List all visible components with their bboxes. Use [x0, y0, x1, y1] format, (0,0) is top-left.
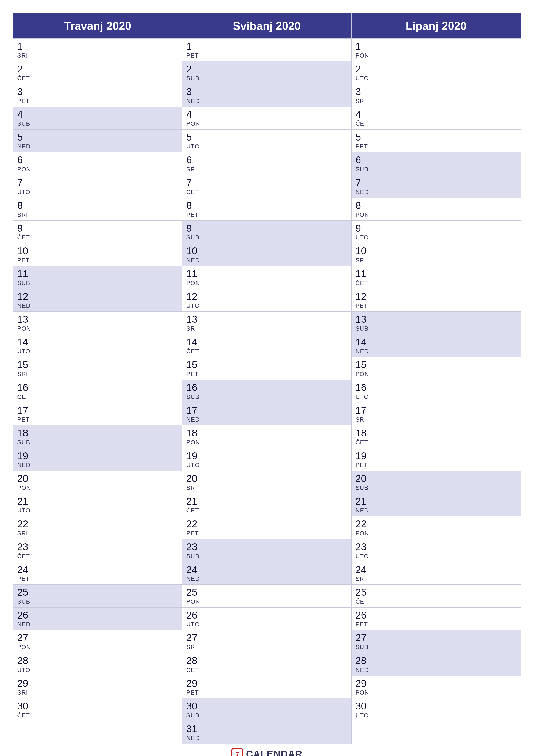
day-cell: 23ČET	[13, 539, 182, 562]
calendar-logo-icon: 7	[232, 748, 243, 756]
day-label: SUB	[186, 75, 347, 82]
day-label: SRI	[355, 416, 517, 423]
day-cell: 21ČET	[182, 494, 351, 516]
day-label: ČET	[17, 234, 178, 241]
day-cell: 27PON	[13, 630, 182, 653]
day-number: 23	[17, 541, 178, 552]
day-label: ČET	[355, 439, 517, 446]
day-cell: 6SUB	[352, 152, 521, 175]
day-number: 30	[186, 701, 347, 712]
day-number: 7	[355, 177, 517, 188]
day-cell: 16ČET	[13, 380, 182, 403]
day-number: 21	[17, 496, 178, 507]
month-header-april: Travanj 2020	[13, 14, 182, 39]
day-cell: 6SRI	[182, 152, 351, 175]
day-cell: 1PET	[182, 39, 351, 61]
day-label: UTO	[355, 553, 517, 560]
day-label: PON	[17, 484, 178, 491]
day-number: 4	[186, 109, 347, 120]
day-cell: 25PON	[182, 584, 351, 607]
calendar-header-row: Travanj 2020 Svibanj 2020 Lipanj 2020	[13, 14, 521, 39]
day-cell: 24SRI	[352, 562, 521, 585]
day-cell: 3NED	[182, 84, 351, 107]
day-cell	[13, 721, 182, 744]
day-cell: 1SRI	[13, 39, 182, 61]
day-label: SUB	[17, 439, 178, 446]
day-number: 11	[355, 268, 517, 279]
day-label: PON	[355, 52, 517, 59]
day-cell: 7ČET	[182, 175, 351, 198]
day-cell: 21NED	[352, 494, 521, 516]
day-number: 13	[186, 314, 347, 325]
day-label: PET	[355, 462, 517, 469]
day-number: 16	[186, 382, 347, 393]
day-label: SUB	[186, 393, 347, 400]
svg-text:7: 7	[235, 751, 239, 756]
day-number: 10	[355, 245, 517, 256]
day-number: 30	[17, 701, 178, 712]
day-cell: 29SRI	[13, 676, 182, 698]
day-label: PON	[355, 371, 517, 378]
day-cell: 29PON	[352, 676, 521, 698]
day-cell: 7NED	[352, 175, 521, 198]
footer-row: 7 CALENDAR	[13, 744, 521, 756]
day-cell: 4PON	[182, 107, 351, 129]
day-label: SUB	[355, 325, 517, 332]
day-number: 10	[17, 245, 178, 256]
day-number: 16	[355, 382, 517, 393]
day-cell: 8PET	[182, 198, 351, 221]
day-number: 29	[355, 678, 517, 689]
day-label: SRI	[355, 97, 517, 104]
day-cell: 5UTO	[182, 129, 351, 152]
day-cell: 31NED	[182, 721, 351, 744]
day-label: ČET	[186, 189, 347, 196]
day-label: PET	[355, 302, 517, 309]
day-label: PET	[186, 530, 347, 537]
day-cell: 5PET	[352, 129, 521, 152]
day-cell: 2SUB	[182, 61, 351, 84]
day-number: 21	[355, 496, 517, 507]
day-label: ČET	[355, 598, 517, 605]
day-number: 27	[186, 632, 347, 643]
day-label: SRI	[17, 530, 178, 537]
day-label: UTO	[17, 507, 178, 514]
day-number: 17	[355, 405, 517, 416]
day-number: 13	[355, 314, 517, 325]
day-cell: 3SRI	[352, 84, 521, 107]
day-cell: 20PON	[13, 471, 182, 494]
day-cell: 23SUB	[182, 539, 351, 562]
day-cell: 13SRI	[182, 311, 351, 334]
day-number: 3	[355, 86, 517, 97]
day-number: 12	[355, 291, 517, 302]
day-cell: 16SUB	[182, 380, 351, 403]
day-label: SRI	[186, 484, 347, 491]
footer-empty-right	[352, 744, 521, 756]
day-label: PET	[186, 689, 347, 696]
day-cell: 5NED	[13, 129, 182, 152]
day-label: SUB	[355, 166, 517, 173]
day-label: NED	[186, 735, 347, 742]
day-number: 14	[355, 337, 517, 348]
day-cell: 13PON	[13, 311, 182, 334]
day-number: 1	[17, 41, 178, 52]
day-label: SUB	[186, 712, 347, 719]
day-number: 19	[17, 450, 178, 461]
day-label: ČET	[186, 507, 347, 514]
day-label: NED	[355, 507, 517, 514]
day-number: 13	[17, 314, 178, 325]
day-cell: 25ČET	[352, 584, 521, 607]
day-label: PET	[17, 576, 178, 582]
day-label: NED	[17, 462, 178, 469]
day-label: NED	[355, 189, 517, 196]
day-cell: 10NED	[182, 243, 351, 266]
footer-empty-left	[13, 744, 182, 756]
day-label: SUB	[17, 280, 178, 286]
day-number: 11	[186, 268, 347, 279]
day-number: 24	[355, 564, 517, 575]
day-number: 3	[17, 86, 178, 97]
day-label: PET	[17, 257, 178, 264]
day-cell: 11PON	[182, 266, 351, 289]
day-number: 18	[17, 428, 178, 439]
day-cell: 24NED	[182, 562, 351, 585]
day-number: 6	[355, 154, 517, 166]
